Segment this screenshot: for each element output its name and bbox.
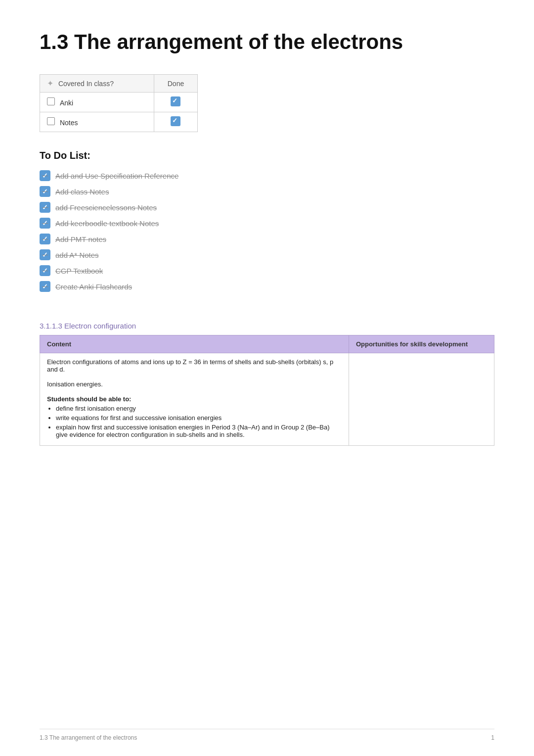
todo-item-5: ✓Add PMT notes (40, 234, 494, 244)
todo-heading: To Do List: (40, 150, 494, 161)
anki-blue-check (171, 96, 180, 106)
done-header: Done (154, 75, 197, 93)
page-footer: 1.3 The arrangement of the electrons 1 (40, 729, 494, 741)
notes-checkbox-icon (47, 117, 55, 125)
todo-text-5: Add PMT notes (55, 235, 106, 243)
todo-text-3: add Freesciencelessons Notes (55, 203, 157, 212)
spec-section: 3.1.1.3 Electron configuration Content O… (40, 322, 494, 446)
spec-bullet-2: write equations for first and successive… (56, 414, 342, 422)
todo-check-8: ✓ (40, 281, 50, 292)
todo-text-1: Add and Use Specification Reference (55, 172, 178, 180)
coverage-table: ✦ Covered In class? Done Anki Notes (40, 74, 198, 132)
page-title: 1.3 The arrangement of the electrons (40, 30, 494, 54)
todo-check-6: ✓ (40, 249, 50, 260)
notes-label: Notes (60, 119, 78, 127)
todo-text-8: Create Anki Flashcards (55, 283, 132, 291)
spec-content-cell: Electron configurations of atoms and ion… (40, 353, 349, 446)
spec-row: Electron configurations of atoms and ion… (40, 353, 494, 446)
todo-text-2: Add class Notes (55, 188, 109, 196)
anki-checkbox-icon (47, 97, 55, 105)
anki-check-cell (154, 93, 197, 112)
spec-bullet-1: define first ionisation energy (56, 405, 342, 412)
anki-label: Anki (60, 99, 73, 107)
sparkle-icon: ✦ (47, 79, 53, 88)
col-content-header: Content (40, 335, 349, 353)
todo-text-7: CGP Textbook (55, 267, 103, 275)
spec-table: Content Opportunities for skills develop… (40, 335, 494, 446)
todo-check-4: ✓ (40, 218, 50, 229)
todo-item-3: ✓add Freesciencelessons Notes (40, 202, 494, 213)
notes-check-cell (154, 112, 197, 132)
todo-item-2: ✓Add class Notes (40, 186, 494, 197)
col-skills-header: Opportunities for skills development (349, 335, 494, 353)
footer-right: 1 (491, 734, 494, 741)
spec-heading: 3.1.1.3 Electron configuration (40, 322, 494, 330)
notes-blue-check (171, 116, 180, 126)
spec-skills-cell (349, 353, 494, 446)
todo-item-8: ✓Create Anki Flashcards (40, 281, 494, 292)
todo-item-7: ✓CGP Textbook (40, 265, 494, 276)
todo-list: ✓Add and Use Specification Reference✓Add… (40, 170, 494, 292)
todo-section: To Do List: ✓Add and Use Specification R… (40, 150, 494, 292)
todo-item-6: ✓add A* Notes (40, 249, 494, 260)
todo-item-4: ✓Add keerboodle textbook Notes (40, 218, 494, 229)
todo-text-6: add A* Notes (55, 251, 99, 259)
footer-left: 1.3 The arrangement of the electrons (40, 734, 137, 741)
covered-label: Covered In class? (58, 80, 114, 88)
todo-item-1: ✓Add and Use Specification Reference (40, 170, 494, 181)
todo-check-7: ✓ (40, 265, 50, 276)
todo-check-1: ✓ (40, 170, 50, 181)
todo-check-2: ✓ (40, 186, 50, 197)
todo-check-3: ✓ (40, 202, 50, 213)
todo-check-5: ✓ (40, 234, 50, 244)
todo-text-4: Add keerboodle textbook Notes (55, 219, 159, 228)
spec-bullet-3: explain how first and successive ionisat… (56, 424, 342, 438)
